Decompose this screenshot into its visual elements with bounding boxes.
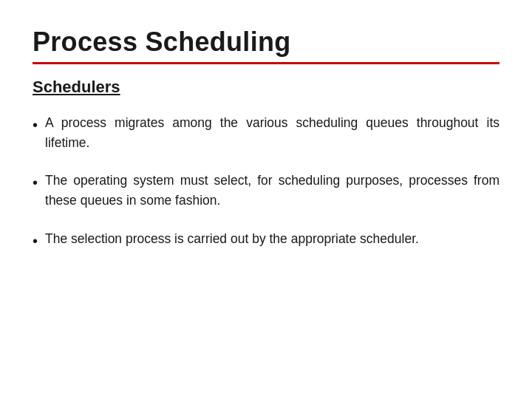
title-divider	[33, 62, 499, 64]
bullet-dot-1: •	[33, 114, 38, 136]
bullet-text-2: The operating system must select, for sc…	[45, 171, 499, 211]
bullet-dot-3: •	[33, 230, 38, 252]
bullet-text-1: A process migrates among the various sch…	[45, 113, 499, 153]
bullet-text-3: The selection process is carried out by …	[45, 229, 419, 249]
slide-container: Process Scheduling Schedulers • A proces…	[0, 0, 532, 399]
slide-title: Process Scheduling	[33, 27, 499, 58]
section-heading: Schedulers	[33, 78, 499, 97]
list-item: • A process migrates among the various s…	[33, 113, 499, 153]
list-item: • The operating system must select, for …	[33, 171, 499, 211]
list-item: • The selection process is carried out b…	[33, 229, 499, 252]
bullet-list: • A process migrates among the various s…	[33, 113, 499, 252]
bullet-dot-2: •	[33, 171, 38, 194]
